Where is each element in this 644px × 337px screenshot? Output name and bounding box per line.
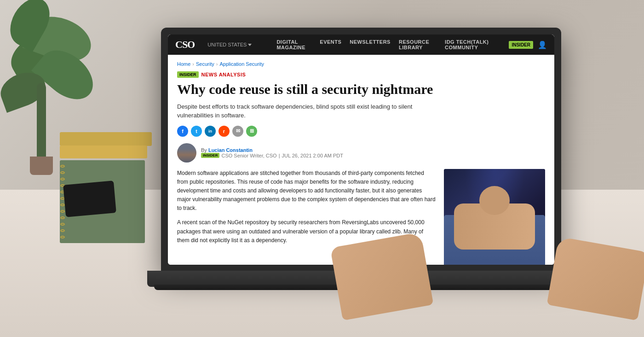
author-title-row: INSIDER CSO Senior Writer, CSO | JUL 26,… bbox=[201, 153, 343, 158]
author-row: By Lucian Constantin INSIDER CSO Senior … bbox=[177, 143, 545, 163]
author-separator: | bbox=[279, 153, 280, 158]
nav-link-newsletters[interactable]: NEWSLETTERS bbox=[350, 39, 391, 50]
phone bbox=[63, 180, 116, 217]
article-date: JUL 26, 2021 2:00 AM PDT bbox=[282, 153, 344, 158]
scene: CSO UNITED STATES DIGITAL MAGAZINE EVENT… bbox=[0, 0, 644, 337]
hand-right bbox=[546, 237, 644, 320]
share-facebook[interactable]: f bbox=[177, 126, 188, 137]
author-insider-badge: INSIDER bbox=[201, 153, 219, 158]
share-twitter[interactable]: t bbox=[191, 126, 202, 137]
share-email[interactable]: ✉ bbox=[232, 126, 243, 137]
breadcrumb-app-security[interactable]: Application Security bbox=[219, 61, 264, 67]
hands bbox=[290, 221, 644, 313]
region-dropdown-arrow bbox=[248, 44, 252, 46]
nav-link-resource-library[interactable]: RESOURCE LIBRARY bbox=[399, 39, 437, 50]
by-label: By bbox=[201, 147, 207, 153]
breadcrumb-sep-1: › bbox=[192, 61, 194, 67]
nav-link-digital-magazine[interactable]: DIGITAL MAGAZINE bbox=[276, 39, 311, 50]
cso-logo: CSO bbox=[175, 39, 195, 51]
author-name[interactable]: Lucian Constantin bbox=[208, 147, 253, 153]
breadcrumb: Home › Security › Application Security bbox=[177, 61, 545, 67]
breadcrumb-sep-2: › bbox=[216, 61, 218, 67]
category-tag: NEWS ANALYSIS bbox=[201, 72, 246, 77]
author-info: By Lucian Constantin INSIDER CSO Senior … bbox=[201, 147, 343, 158]
nav-right: INSIDER 👤 bbox=[509, 41, 547, 49]
share-copy[interactable]: ⊞ bbox=[246, 126, 257, 137]
author-byline: By Lucian Constantin bbox=[201, 147, 343, 153]
article-title: Why code reuse is still a security night… bbox=[177, 81, 444, 98]
nav-links: DIGITAL MAGAZINE EVENTS NEWSLETTERS RESO… bbox=[276, 39, 498, 50]
breadcrumb-home[interactable]: Home bbox=[177, 61, 190, 67]
laptop: CSO UNITED STATES DIGITAL MAGAZINE EVENT… bbox=[161, 28, 575, 313]
nav-link-events[interactable]: EVENTS bbox=[320, 39, 341, 50]
article-paragraph-1: Modern software applications are stitche… bbox=[177, 169, 437, 213]
breadcrumb-security[interactable]: Security bbox=[196, 61, 214, 67]
insider-tag: INSIDER bbox=[177, 71, 199, 78]
hand-left bbox=[330, 232, 434, 320]
nav-link-idg-community[interactable]: IDG TECH(TALK) COMMUNITY bbox=[445, 39, 498, 50]
insider-nav-badge[interactable]: INSIDER bbox=[509, 41, 533, 49]
user-account-icon[interactable]: 👤 bbox=[538, 41, 547, 49]
article-tags: INSIDER NEWS ANALYSIS bbox=[177, 71, 545, 78]
author-avatar bbox=[177, 143, 196, 163]
social-share-bar: f t in r ✉ ⊞ bbox=[177, 126, 545, 137]
navigation: CSO UNITED STATES DIGITAL MAGAZINE EVENT… bbox=[168, 35, 554, 55]
author-title-text: CSO Senior Writer, CSO bbox=[221, 153, 276, 158]
share-reddit[interactable]: r bbox=[218, 126, 230, 137]
share-linkedin[interactable]: in bbox=[205, 126, 216, 137]
article-subtitle: Despite best efforts to track software d… bbox=[177, 102, 426, 120]
nav-region[interactable]: UNITED STATES bbox=[207, 42, 252, 47]
